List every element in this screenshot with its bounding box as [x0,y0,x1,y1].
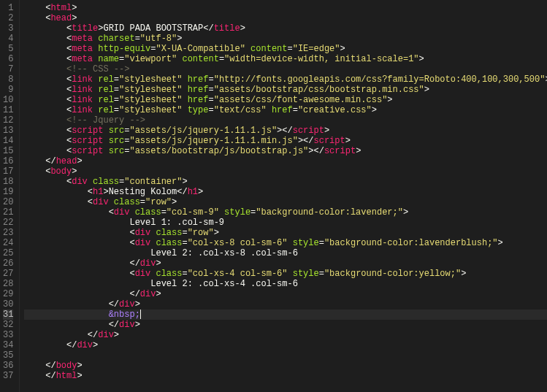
line-number: 12 [3,115,13,126]
code-line[interactable]: <meta charset="utf-8"> [24,34,547,44]
token-tag: div [114,207,130,218]
code-line[interactable]: <title>GRID PADA BOOTSTRAP</title> [24,23,547,34]
code-line[interactable]: </div> [24,289,547,299]
token-attr: class [114,197,140,207]
token-punct: </ [109,320,119,330]
code-line[interactable]: </div> [24,330,547,340]
line-number: 25 [3,248,13,258]
line-number: 4 [3,34,13,44]
token-punct: = [182,269,187,279]
token-punct: > [340,44,345,54]
code-line[interactable]: </body> [24,361,547,371]
token-punct: > [345,136,351,146]
token-punct: < [129,228,134,238]
line-number: 23 [3,228,13,238]
token-punct: > [114,330,119,340]
line-number: 2 [3,13,13,23]
line-number: 29 [3,289,13,299]
code-line[interactable]: Level 2: .col-xs-4 .col-sm-6 [24,279,547,289]
line-number: 17 [3,166,13,177]
code-line[interactable]: <div class="col-sm-9" style="background-… [24,207,547,218]
token-punct: = [208,85,213,95]
code-line[interactable]: &nbsp; [24,310,547,320]
token-punct: = [293,105,298,115]
token-tag: script [72,146,103,156]
code-line[interactable]: <script src="assets/bootstrap/js/bootstr… [24,146,547,156]
token-string: "container" [124,177,182,187]
code-line[interactable]: <div class="row"> [24,197,547,207]
token-punct: = [114,95,119,105]
token-string: "assets/bootstrap/js/bootstrap.js" [129,146,308,156]
code-line[interactable]: </html> [24,371,547,381]
token-attr: href [272,105,293,115]
token-punct: < [109,207,114,218]
token-punct: = [135,34,140,44]
code-line[interactable]: </div> [24,258,547,269]
code-line[interactable]: <link rel="stylesheet" href="assets/css/… [24,95,547,105]
code-line[interactable]: <meta http-equiv="X-UA-Compatible" conte… [24,44,547,54]
token-string: "row" [188,228,214,238]
code-line[interactable]: Level 2: .col-xs-8 .col-sm-6 [24,248,547,258]
line-number: 26 [3,258,13,269]
token-text [103,136,108,146]
token-attr: href [188,95,209,105]
token-punct: </ [203,23,213,34]
token-punct: < [129,269,134,279]
code-line[interactable]: <script src="assets/js/jquery-1.11.1.min… [24,136,547,146]
code-line[interactable]: <h1>Nesting Kolom</h1> [24,187,547,197]
token-string: "assets/css/font-awesome.min.css" [214,95,388,105]
code-line[interactable]: <div class="col-xs-4 col-sm-6" style="ba… [24,269,547,279]
token-string: "col-xs-4 col-sm-6" [188,269,288,279]
code-line[interactable]: <meta name="viewport" content="width=dev… [24,54,547,64]
code-line[interactable]: <link rel="stylesheet" href="assets/boot… [24,85,547,95]
code-line[interactable]: <div class="row"> [24,228,547,238]
code-line[interactable]: </div> [24,299,547,310]
token-punct: </ [45,371,56,381]
token-punct: = [182,238,187,248]
code-line[interactable]: <div class="col-xs-8 col-sm-6" style="ba… [24,238,547,248]
line-number: 18 [3,177,13,187]
code-editor[interactable]: 1234567891011121314151617181920212223242… [0,0,547,392]
token-attr: rel [98,105,114,115]
code-line[interactable]: <div class="container"> [24,177,547,187]
code-line[interactable] [24,350,547,361]
token-attr: rel [98,74,114,85]
token-punct: > [103,187,108,197]
token-tag: div [135,238,151,248]
line-number: 32 [3,320,13,330]
code-line[interactable]: <link rel="stylesheet" href="http://font… [24,74,547,85]
token-attr: href [188,74,209,85]
token-string: "stylesheet" [119,105,182,115]
token-punct: = [288,44,293,54]
code-line[interactable]: <body> [24,166,547,177]
line-number: 28 [3,279,13,289]
token-string: "viewport" [124,54,177,64]
code-line[interactable]: </head> [24,156,547,166]
token-punct: > [461,269,466,279]
line-gutter: 1234567891011121314151617181920212223242… [0,0,20,392]
token-string: "width=device-width, initial-scale=1" [224,54,418,64]
code-line[interactable]: <link rel="stylesheet" type="text/css" h… [24,105,547,115]
token-string: "background-color:lavenderblush;" [324,238,498,248]
code-line[interactable]: <head> [24,13,547,23]
code-line[interactable]: <!-- CSS --> [24,64,547,74]
code-line[interactable]: Level 1: .col-sm-9 [24,218,547,228]
token-attr: rel [98,95,114,105]
line-number: 8 [3,74,13,85]
token-tag: div [140,258,156,269]
token-attr: src [109,136,125,146]
token-punct: </ [45,361,56,371]
token-attr: class [156,238,182,248]
token-attr: content [182,54,218,64]
code-line[interactable]: </div> [24,340,547,350]
code-line[interactable]: <!-- Jquery --> [24,115,547,126]
code-line[interactable]: </div> [24,320,547,330]
code-line[interactable]: <html> [24,3,547,13]
token-attr: class [156,269,182,279]
code-area[interactable]: <html> <head> <title>GRID PADA BOOTSTRAP… [20,0,547,392]
line-number: 21 [3,207,13,218]
code-line[interactable]: <script src="assets/js/jquery-1.11.1.js"… [24,126,547,136]
token-tag: title [214,23,240,34]
token-string: "background-color:yellow;" [324,269,461,279]
token-text [245,44,250,54]
